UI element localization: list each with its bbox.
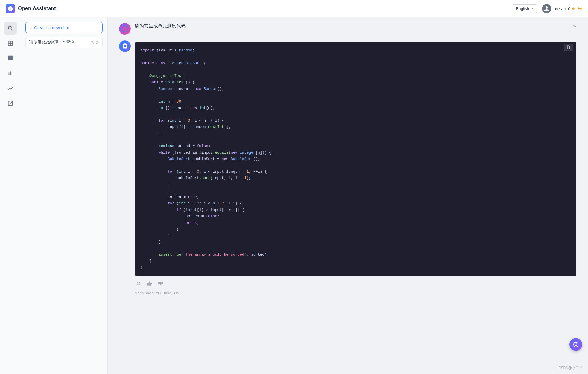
new-chat-button[interactable]: + Create a new chat	[25, 22, 103, 33]
sidebar-icon-export[interactable]	[4, 97, 17, 110]
chat-messages: 请为其生成单元测试代码 ✎	[108, 17, 588, 374]
sidebar-icon-search[interactable]	[4, 22, 17, 35]
refresh-button[interactable]	[135, 280, 142, 289]
user-message-avatar	[119, 23, 131, 35]
sidebar-icon-chat[interactable]	[4, 52, 17, 65]
bot-message-avatar	[119, 40, 131, 52]
chevron-down-icon: ▼	[531, 7, 534, 10]
star-count: 0 ★	[568, 6, 575, 11]
copy-button[interactable]	[564, 44, 573, 51]
list-item[interactable]: 请使用Java实现一个冒泡 ✎ ⊗	[25, 37, 103, 48]
thumbdown-button[interactable]	[157, 280, 164, 289]
code-content: import java.util.Random; public class Te…	[135, 42, 576, 276]
chat-item-actions: ✎ ⊗	[91, 40, 99, 45]
navbar-right: English ▼ artisan 0 ★ ☀	[512, 4, 582, 13]
user-message: 请为其生成单元测试代码 ✎	[119, 23, 576, 35]
user-message-text: 请为其生成单元测试代码	[135, 23, 186, 29]
code-block: import java.util.Random; public class Te…	[135, 42, 576, 276]
user-message-header: 请为其生成单元测试代码 ✎	[135, 23, 576, 29]
message-actions	[135, 280, 576, 289]
watermark: CSDN@小工匠	[559, 366, 582, 371]
user-message-content: 请为其生成单元测试代码 ✎	[135, 23, 576, 31]
edit-icon[interactable]: ✎	[91, 40, 94, 45]
model-label: Model: oasst-sft-6-llama-30b	[135, 291, 576, 295]
theme-toggle-icon[interactable]: ☀	[578, 5, 582, 12]
bot-message: import java.util.Random; public class Te…	[119, 40, 576, 295]
svg-point-0	[121, 25, 128, 32]
language-label: English	[516, 6, 529, 11]
app-title: Open Assistant	[18, 5, 56, 12]
bot-message-content: import java.util.Random; public class Te…	[135, 40, 576, 295]
feedback-float-button[interactable]	[569, 338, 582, 351]
main-layout: + Create a new chat 请使用Java实现一个冒泡 ✎ ⊗	[0, 0, 588, 374]
code-block-header	[560, 42, 576, 53]
language-selector[interactable]: English ▼	[512, 4, 537, 13]
chat-main: 请为其生成单元测试代码 ✎	[108, 17, 588, 374]
sidebar-icon-chart[interactable]	[4, 67, 17, 80]
user-area: artisan 0 ★ ☀	[542, 4, 582, 13]
app-logo	[6, 4, 15, 13]
chat-item-text: 请使用Java实现一个冒泡	[29, 40, 88, 45]
username-label: artisan	[554, 6, 566, 11]
avatar	[542, 4, 551, 13]
icon-sidebar	[0, 17, 21, 374]
navbar: Open Assistant English ▼ artisan 0 ★ ☀	[0, 0, 588, 17]
star-icon: ★	[572, 6, 575, 11]
thumbup-button[interactable]	[146, 280, 153, 289]
delete-icon[interactable]: ⊗	[95, 40, 99, 45]
chat-sidebar: + Create a new chat 请使用Java实现一个冒泡 ✎ ⊗	[21, 17, 108, 374]
sidebar-icon-trending[interactable]	[4, 82, 17, 95]
brand: Open Assistant	[6, 4, 56, 13]
edit-message-icon[interactable]: ✎	[573, 24, 576, 29]
sidebar-icon-table[interactable]	[4, 37, 17, 50]
star-count-value: 0	[568, 6, 570, 11]
